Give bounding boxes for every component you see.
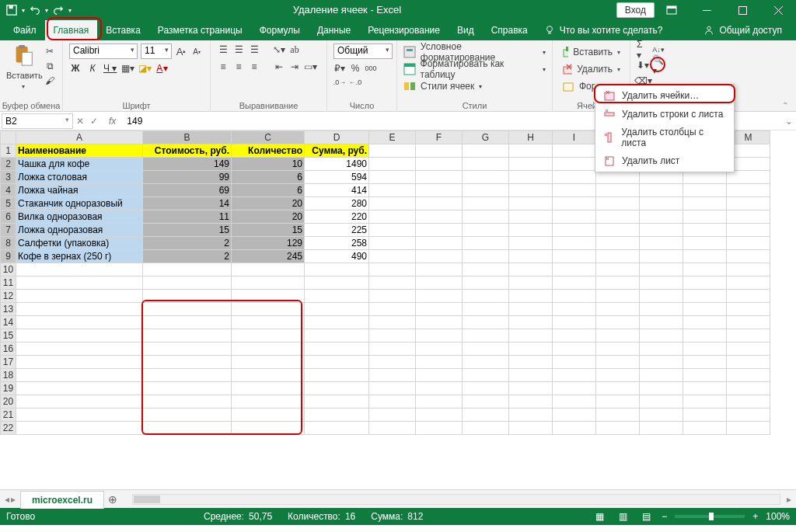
cell-H14[interactable] (509, 316, 553, 329)
cell-G14[interactable] (463, 316, 509, 329)
spreadsheet-grid[interactable]: ABCDEFGHIJKLM1НаименованиеСтоимость, руб… (0, 130, 770, 435)
cell-A4[interactable]: Ложка чайная (16, 184, 143, 197)
cell-C21[interactable] (232, 409, 305, 422)
cell-E22[interactable] (369, 422, 416, 435)
zoom-value[interactable]: 100% (766, 511, 790, 522)
cell-L9[interactable] (683, 250, 727, 263)
font-name-select[interactable]: Calibri (69, 43, 138, 59)
find-icon[interactable]: 🔍▾ (652, 59, 665, 71)
cell-L7[interactable] (683, 224, 727, 237)
cell-I2[interactable] (553, 158, 596, 171)
tab-review[interactable]: Рецензирование (359, 20, 449, 40)
cell-C3[interactable]: 6 (232, 171, 305, 184)
cell-H5[interactable] (509, 197, 553, 210)
cell-M10[interactable] (727, 263, 770, 276)
cell-M19[interactable] (727, 382, 770, 395)
cell-K3[interactable] (640, 171, 683, 184)
cell-L15[interactable] (683, 329, 727, 342)
close-button[interactable] (760, 0, 796, 20)
increase-decimal-icon[interactable]: .0→ (333, 76, 346, 89)
cell-D7[interactable]: 225 (305, 224, 369, 237)
cell-G6[interactable] (463, 210, 509, 224)
cell-B21[interactable] (143, 409, 232, 422)
cell-B7[interactable]: 15 (143, 224, 232, 237)
row-header-14[interactable]: 14 (1, 316, 16, 329)
cell-I17[interactable] (553, 356, 596, 369)
row-header-19[interactable]: 19 (1, 382, 16, 395)
cell-M18[interactable] (727, 369, 770, 382)
cell-D3[interactable]: 594 (305, 171, 369, 184)
cell-F10[interactable] (416, 263, 463, 276)
zoom-out-button[interactable]: − (662, 511, 667, 522)
cell-D12[interactable] (305, 290, 369, 303)
cell-E14[interactable] (369, 316, 416, 329)
align-top-icon[interactable]: ☰ (217, 43, 229, 56)
row-header-20[interactable]: 20 (1, 395, 16, 409)
align-left-icon[interactable]: ≡ (217, 61, 229, 73)
cell-M16[interactable] (727, 342, 770, 356)
format-painter-icon[interactable]: 🖌 (44, 75, 56, 87)
cell-I9[interactable] (553, 250, 596, 263)
cell-H22[interactable] (509, 422, 553, 435)
cell-H10[interactable] (509, 263, 553, 276)
cell-C15[interactable] (232, 329, 305, 342)
cell-G13[interactable] (463, 303, 509, 316)
cell-B17[interactable] (143, 356, 232, 369)
cell-E16[interactable] (369, 342, 416, 356)
cell-H1[interactable] (509, 144, 553, 158)
cell-D2[interactable]: 1490 (305, 158, 369, 171)
cell-G17[interactable] (463, 356, 509, 369)
cell-A22[interactable] (16, 422, 143, 435)
cell-G20[interactable] (463, 395, 509, 409)
cell-L20[interactable] (683, 395, 727, 409)
cell-C5[interactable]: 20 (232, 197, 305, 210)
cell-G10[interactable] (463, 263, 509, 276)
row-header-1[interactable]: 1 (1, 144, 16, 158)
cell-J7[interactable] (596, 224, 640, 237)
col-header-F[interactable]: F (416, 131, 463, 144)
undo-dropdown-icon[interactable]: ▾ (45, 7, 48, 14)
cell-B20[interactable] (143, 395, 232, 409)
cell-H12[interactable] (509, 290, 553, 303)
cell-E17[interactable] (369, 356, 416, 369)
cell-I21[interactable] (553, 409, 596, 422)
cell-E13[interactable] (369, 303, 416, 316)
cell-D18[interactable] (305, 369, 369, 382)
wrap-text-icon[interactable]: ab (288, 43, 301, 56)
cell-D9[interactable]: 490 (305, 250, 369, 263)
cell-F3[interactable] (416, 171, 463, 184)
cell-L21[interactable] (683, 409, 727, 422)
cell-B3[interactable]: 99 (143, 171, 232, 184)
row-header-18[interactable]: 18 (1, 369, 16, 382)
cell-J15[interactable] (596, 329, 640, 342)
cell-L19[interactable] (683, 382, 727, 395)
cell-A14[interactable] (16, 316, 143, 329)
zoom-slider[interactable] (675, 515, 745, 518)
cell-A1[interactable]: Наименование (16, 144, 143, 158)
cell-K6[interactable] (640, 210, 683, 224)
cell-C2[interactable]: 10 (232, 158, 305, 171)
format-as-table-button[interactable]: Форматировать как таблицу ▾ (403, 61, 546, 78)
cell-I10[interactable] (553, 263, 596, 276)
cell-D14[interactable] (305, 316, 369, 329)
row-header-16[interactable]: 16 (1, 342, 16, 356)
insert-cells-button[interactable]: Вставить ▾ (559, 43, 623, 61)
cell-J20[interactable] (596, 395, 640, 409)
cell-C22[interactable] (232, 422, 305, 435)
cell-D13[interactable] (305, 303, 369, 316)
cell-J6[interactable] (596, 210, 640, 224)
fill-color-button[interactable]: ◪▾ (138, 62, 151, 75)
cell-I1[interactable] (553, 144, 596, 158)
cell-D11[interactable] (305, 276, 369, 290)
cell-K8[interactable] (640, 237, 683, 250)
cell-H19[interactable] (509, 382, 553, 395)
delete-cells-button[interactable]: Удалить ▾ (559, 61, 623, 78)
cell-B12[interactable] (143, 290, 232, 303)
cell-L11[interactable] (683, 276, 727, 290)
row-header-13[interactable]: 13 (1, 303, 16, 316)
cell-H3[interactable] (509, 171, 553, 184)
sheet-tab-active[interactable]: microexcel.ru (20, 491, 104, 509)
col-header-B[interactable]: B (143, 131, 232, 144)
cell-F14[interactable] (416, 316, 463, 329)
font-color-button[interactable]: A▾ (155, 62, 168, 75)
